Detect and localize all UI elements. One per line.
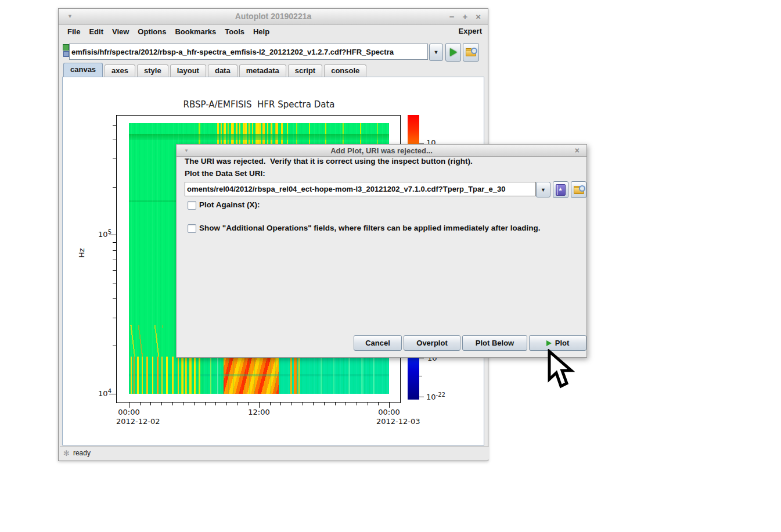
x-tick-0000-left: 00:00	[114, 408, 144, 416]
dialog-close-button[interactable]: ×	[575, 146, 580, 155]
tab-console[interactable]: console	[324, 64, 366, 77]
dialog-title: Add Plot, URI was rejected...	[177, 146, 586, 155]
play-icon	[450, 48, 457, 56]
screenshot-page: ▼ Autoplot 20190221a − + × File Edit Vie…	[0, 0, 781, 532]
tab-canvas[interactable]: canvas	[63, 63, 103, 77]
menu-help[interactable]: Help	[249, 26, 274, 37]
tab-axes[interactable]: axes	[105, 64, 135, 77]
colorbar-bottom-label: 10-22	[426, 391, 445, 401]
plot-against-checkbox[interactable]	[188, 201, 196, 210]
cancel-button[interactable]: Cancel	[354, 335, 402, 351]
folder-magnifier-icon	[574, 186, 584, 194]
add-plot-dialog: ▼ Add Plot, URI was rejected... × The UR…	[176, 144, 587, 358]
tab-style[interactable]: style	[137, 64, 168, 77]
x-tick-1200: 12:00	[244, 408, 274, 416]
plot-button[interactable]: Plot	[529, 335, 586, 351]
status-text: ready	[73, 449, 91, 457]
tab-strip: canvas axes style layout data metadata s…	[63, 63, 366, 77]
bookmark-book-icon: ★	[556, 184, 566, 196]
overplot-button[interactable]: Overplot	[404, 335, 460, 351]
uri-dropdown-button[interactable]: ▼	[429, 44, 443, 61]
x-tick-0000-right: 00:00	[374, 408, 404, 416]
dialog-message: The URI was rejected. Verify that it is …	[185, 157, 473, 166]
chevron-down-icon: ▼	[434, 49, 439, 55]
x-date-right: 2012-12-03	[376, 417, 420, 426]
busy-spinner-icon: ✻	[63, 449, 70, 458]
plot-against-label: Plot Against (X):	[199, 200, 260, 209]
additional-operations-label: Show "Additional Operations" fields, whe…	[199, 224, 540, 232]
menu-options[interactable]: Options	[134, 26, 171, 37]
y-axis-title: Hz	[77, 240, 86, 266]
y-tick-1e4: 104	[88, 388, 111, 398]
menu-view[interactable]: View	[108, 26, 134, 37]
dialog-uri-field-label: Plot the Data Set URI:	[185, 169, 265, 178]
folder-magnifier-icon	[466, 48, 476, 56]
chevron-down-icon: ▼	[541, 187, 546, 193]
window-titlebar[interactable]: ▼ Autoplot 20190221a − + ×	[59, 9, 488, 25]
uri-address-input[interactable]	[69, 44, 428, 60]
mouse-cursor-icon	[545, 349, 575, 390]
dialog-titlebar[interactable]: ▼ Add Plot, URI was rejected... ×	[177, 145, 586, 157]
tab-metadata[interactable]: metadata	[239, 64, 286, 77]
menu-bar: File Edit View Options Bookmarks Tools H…	[59, 25, 488, 38]
menu-file[interactable]: File	[63, 26, 85, 37]
close-button[interactable]: ×	[476, 12, 481, 21]
play-icon	[546, 340, 552, 346]
dialog-uri-dropdown-button[interactable]: ▼	[536, 182, 550, 197]
tab-script[interactable]: script	[288, 64, 322, 77]
dialog-bookmark-button[interactable]: ★	[553, 181, 568, 198]
x-date-left: 2012-12-02	[116, 417, 160, 426]
plot-title: RBSP-A/EMFISIS HFR Spectra Data	[143, 99, 375, 110]
tab-data[interactable]: data	[208, 64, 237, 77]
go-plot-button[interactable]	[445, 43, 461, 62]
datasource-green-square-icon	[63, 44, 69, 51]
dialog-uri-input[interactable]	[185, 182, 536, 196]
status-bar: ✻ ready	[60, 446, 489, 459]
plot-below-button[interactable]: Plot Below	[462, 335, 527, 351]
window-title: Autoplot 20190221a	[59, 12, 488, 21]
tab-layout[interactable]: layout	[170, 64, 206, 77]
minimize-button[interactable]: −	[449, 12, 455, 21]
additional-operations-checkbox[interactable]	[188, 224, 196, 233]
menu-edit[interactable]: Edit	[85, 26, 108, 37]
dialog-inspect-button[interactable]	[571, 181, 586, 198]
expert-menu[interactable]: Expert	[459, 27, 482, 35]
menu-tools[interactable]: Tools	[221, 26, 249, 37]
inspect-uri-button[interactable]	[463, 43, 479, 62]
y-tick-1e5: 105	[88, 229, 111, 239]
datasource-blue-square-icon	[63, 51, 69, 57]
menu-bookmarks[interactable]: Bookmarks	[171, 26, 221, 37]
maximize-button[interactable]: +	[462, 12, 467, 21]
